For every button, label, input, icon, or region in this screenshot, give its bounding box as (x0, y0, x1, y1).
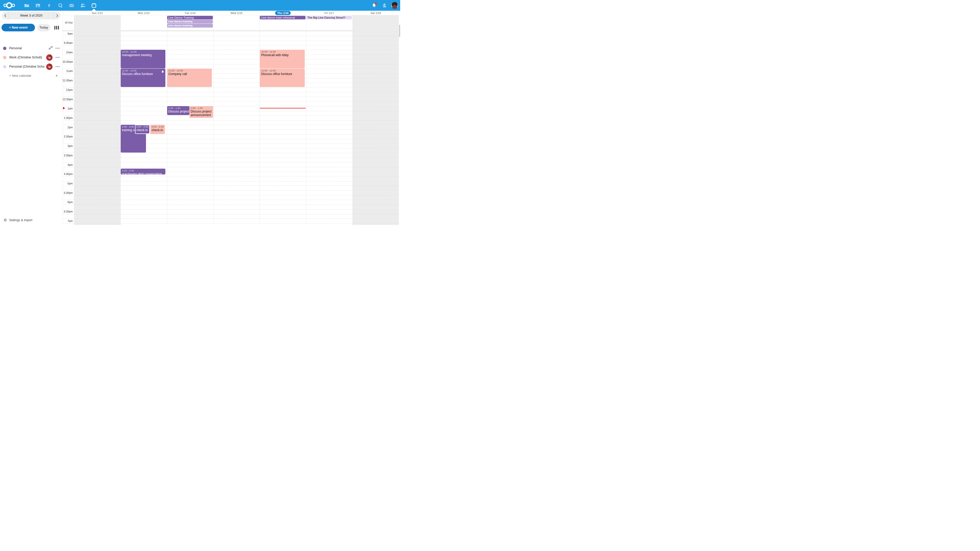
calendar-list-item[interactable]: Personal (Christine Scho… (0, 62, 62, 71)
event-title: Discuss project announcement (169, 110, 188, 114)
time-slot-row (62, 59, 399, 68)
sidebar: Week 3 of 2020 + New event Today Persona… (0, 11, 62, 225)
time-slot-row (62, 68, 399, 78)
week-navigator: Week 3 of 2020 (2, 12, 60, 19)
quarter-hour-gridline (62, 205, 399, 205)
notifications-button[interactable] (371, 2, 377, 9)
event-time: 10:00 - 11:00 (261, 50, 304, 53)
day-header-fri[interactable]: Fri 1/17 (306, 11, 352, 15)
plus-icon: + (56, 73, 58, 78)
calendar-actions-menu[interactable] (56, 48, 60, 49)
app-activity-button[interactable] (43, 0, 55, 11)
event-time: 11:00 - 12:00 (169, 69, 211, 72)
quarter-hour-gridline (62, 186, 399, 186)
quarter-hour-gridline (62, 73, 399, 74)
quarter-hour-gridline (62, 45, 399, 46)
new-calendar-button[interactable]: + New calendar+ (0, 71, 62, 80)
allday-event[interactable]: The Big Line Dancing Show!!! (306, 16, 352, 20)
time-label: 9am (62, 32, 74, 35)
today-button[interactable]: Today (37, 24, 50, 32)
scrollbar-thumb[interactable] (399, 25, 400, 37)
event[interactable]: 1:00 - 1:30Discuss project announcement (189, 106, 213, 118)
today-pill: Thu 1/16 (275, 11, 291, 15)
event[interactable]: 2:00 - 2:30check-in (150, 125, 165, 134)
day-header-tue[interactable]: Tue 1/14 (167, 11, 213, 15)
time-slot-row (62, 209, 399, 219)
active-app-notch (92, 9, 96, 11)
chevron-left-icon (4, 14, 6, 17)
app-mail-button[interactable] (66, 0, 77, 11)
day-header-sun[interactable]: Sun 1/12 (74, 11, 121, 15)
day-header-label: Fri 1/17 (325, 11, 334, 14)
settings-import-button[interactable]: ⚙ Settings & import (0, 217, 32, 223)
quarter-hour-gridline (62, 195, 399, 195)
event[interactable]: 11:00 - 12:00Company call (167, 68, 212, 87)
event[interactable]: 2:00 - 2:30check-in (135, 125, 150, 134)
scrollbar-track[interactable] (399, 11, 400, 225)
event[interactable]: 4:20 - 4:40purchasing dept conversation (121, 168, 165, 175)
app-files-button[interactable] (21, 0, 32, 11)
allday-event[interactable]: Line dance training (167, 20, 213, 24)
time-slot-row (62, 200, 399, 209)
day-header-sat[interactable]: Sat 1/18 (352, 11, 399, 15)
day-header-label: Mon 1/13 (138, 11, 150, 14)
event-title: check-in (151, 128, 164, 132)
allday-event[interactable]: Line Dance Training (167, 16, 213, 20)
lightning-icon (47, 3, 52, 8)
column-gridline (259, 15, 260, 225)
user-icon (382, 3, 387, 8)
calendar-week-view: Sun 1/12Mon 1/13Tue 1/14Wed 1/15Thu 1/16… (62, 11, 400, 225)
time-label: 3pm (62, 144, 74, 148)
view-switcher-button[interactable] (54, 26, 59, 30)
app-calendar-button[interactable] (88, 0, 100, 11)
event-title: Phonecall with Abby (261, 53, 304, 57)
column-gridline (352, 15, 353, 225)
all-day-label: all-day (62, 21, 74, 24)
event[interactable]: 11:00 - 12:00Discuss office furniture (260, 68, 304, 87)
nextcloud-logo[interactable] (3, 2, 15, 9)
previous-week-button[interactable] (2, 12, 9, 19)
current-time-line (260, 108, 306, 108)
magnifier-q-icon (58, 3, 63, 8)
user-avatar[interactable] (391, 2, 398, 9)
event[interactable]: 10:00 - 11:00management meeting (121, 50, 165, 68)
event[interactable]: 11:00 - 12:00Discuss office furniture (121, 68, 165, 87)
app-photos-button[interactable] (32, 0, 43, 11)
event-time: 2:00 - 2:30 (136, 125, 149, 128)
gear-icon: ⚙ (3, 218, 7, 222)
calendar-actions-menu[interactable] (56, 66, 60, 67)
calendar-actions-menu[interactable] (56, 57, 60, 58)
app-contacts-button[interactable] (77, 0, 88, 11)
contacts-icon (80, 3, 85, 8)
calendar-list-item[interactable]: Work (Christine Schott) (0, 53, 62, 62)
contacts-menu-button[interactable] (381, 2, 388, 9)
allday-event[interactable]: Line dance main rehearsal (260, 16, 305, 20)
time-label: 3:30pm (62, 154, 74, 157)
time-label: 6pm (62, 200, 74, 203)
event[interactable]: 10:00 - 11:00Phonecall with Abby (260, 50, 304, 68)
day-header-wed[interactable]: Wed 1/15 (213, 11, 260, 15)
time-label: 10am (62, 51, 74, 54)
share-link-icon[interactable] (49, 46, 52, 51)
next-week-button[interactable] (54, 12, 60, 19)
calendar-list: PersonalWork (Christine Schott)Personal … (0, 44, 62, 80)
day-header-thu[interactable]: Thu 1/16 (259, 11, 306, 15)
day-header-mon[interactable]: Mon 1/13 (121, 11, 167, 15)
time-label: 12pm (62, 88, 74, 91)
quarter-hour-gridline (62, 120, 399, 121)
new-event-button[interactable]: + New event (2, 24, 35, 32)
calendar-color-dot (3, 47, 6, 50)
calendar-list-item[interactable]: Personal (0, 44, 62, 53)
week-label[interactable]: Week 3 of 2020 (9, 12, 54, 19)
calendar-name: Personal (9, 46, 47, 50)
day-header-label: Sun 1/12 (92, 11, 103, 14)
time-label: 9:30am (62, 41, 74, 44)
event-time: 1:00 - 1:30 (191, 106, 212, 110)
time-slot-row (62, 153, 399, 162)
app-talk-button[interactable] (55, 0, 66, 11)
allday-event[interactable]: Line dance training (167, 24, 213, 27)
calendar-name: Work (Christine Schott) (9, 56, 45, 59)
quarter-hour-gridline (62, 214, 399, 214)
event[interactable]: 1:00 - 1:30Discuss project announcement (167, 106, 189, 115)
settings-import-label: Settings & import (9, 218, 32, 222)
